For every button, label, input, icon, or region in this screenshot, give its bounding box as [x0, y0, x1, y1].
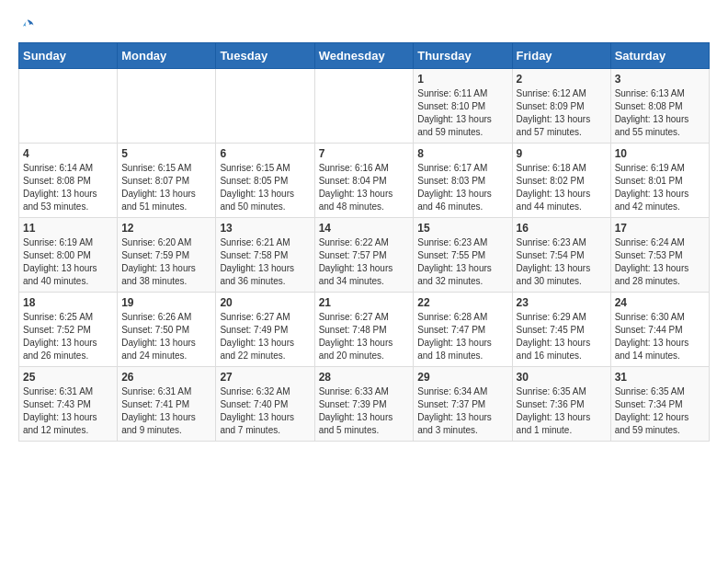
- day-info: Sunrise: 6:35 AM Sunset: 7:36 PM Dayligh…: [517, 385, 607, 437]
- weekday-header-saturday: Saturday: [610, 43, 709, 69]
- day-info: Sunrise: 6:26 AM Sunset: 7:50 PM Dayligh…: [121, 311, 211, 362]
- calendar-cell: 16Sunrise: 6:23 AM Sunset: 7:54 PM Dayli…: [512, 218, 610, 293]
- day-info: Sunrise: 6:27 AM Sunset: 7:48 PM Dayligh…: [319, 311, 410, 362]
- day-info: Sunrise: 6:20 AM Sunset: 7:59 PM Dayligh…: [121, 236, 211, 288]
- day-number: 29: [417, 371, 507, 384]
- day-number: 25: [23, 371, 113, 384]
- day-info: Sunrise: 6:14 AM Sunset: 8:08 PM Dayligh…: [23, 162, 113, 213]
- day-info: Sunrise: 6:16 AM Sunset: 8:04 PM Dayligh…: [319, 162, 410, 213]
- calendar-body: 1Sunrise: 6:11 AM Sunset: 8:10 PM Daylig…: [19, 69, 710, 442]
- calendar-cell: 13Sunrise: 6:21 AM Sunset: 7:58 PM Dayli…: [216, 218, 314, 293]
- day-info: Sunrise: 6:29 AM Sunset: 7:45 PM Dayligh…: [517, 311, 607, 362]
- day-number: 30: [517, 371, 607, 384]
- day-number: 17: [615, 222, 705, 235]
- day-info: Sunrise: 6:13 AM Sunset: 8:08 PM Dayligh…: [615, 87, 705, 139]
- day-info: Sunrise: 6:24 AM Sunset: 7:53 PM Dayligh…: [615, 236, 705, 288]
- calendar-week-row: 4Sunrise: 6:14 AM Sunset: 8:08 PM Daylig…: [19, 144, 710, 218]
- day-number: 24: [615, 296, 705, 309]
- day-info: Sunrise: 6:18 AM Sunset: 8:02 PM Dayligh…: [517, 162, 607, 213]
- calendar-cell: 15Sunrise: 6:23 AM Sunset: 7:55 PM Dayli…: [414, 218, 512, 293]
- calendar-header: SundayMondayTuesdayWednesdayThursdayFrid…: [19, 43, 710, 69]
- day-number: 18: [23, 296, 113, 309]
- day-number: 4: [23, 147, 113, 160]
- day-number: 14: [319, 222, 410, 235]
- day-number: 13: [220, 222, 310, 235]
- weekday-header-wednesday: Wednesday: [314, 43, 414, 69]
- calendar-week-row: 25Sunrise: 6:31 AM Sunset: 7:43 PM Dayli…: [19, 367, 710, 442]
- calendar-cell: 28Sunrise: 6:33 AM Sunset: 7:39 PM Dayli…: [314, 367, 414, 442]
- day-info: Sunrise: 6:31 AM Sunset: 7:41 PM Dayligh…: [121, 385, 211, 437]
- day-info: Sunrise: 6:27 AM Sunset: 7:49 PM Dayligh…: [220, 311, 310, 362]
- day-info: Sunrise: 6:17 AM Sunset: 8:03 PM Dayligh…: [417, 162, 507, 213]
- day-info: Sunrise: 6:30 AM Sunset: 7:44 PM Dayligh…: [615, 311, 705, 362]
- calendar-cell: 1Sunrise: 6:11 AM Sunset: 8:10 PM Daylig…: [414, 69, 512, 144]
- day-info: Sunrise: 6:11 AM Sunset: 8:10 PM Dayligh…: [417, 87, 507, 139]
- header: [18, 18, 710, 33]
- calendar-cell: 19Sunrise: 6:26 AM Sunset: 7:50 PM Dayli…: [118, 293, 216, 367]
- day-number: 27: [220, 371, 310, 384]
- day-info: Sunrise: 6:25 AM Sunset: 7:52 PM Dayligh…: [23, 311, 113, 362]
- day-info: Sunrise: 6:23 AM Sunset: 7:55 PM Dayligh…: [417, 236, 507, 288]
- day-info: Sunrise: 6:35 AM Sunset: 7:34 PM Dayligh…: [615, 385, 705, 437]
- calendar-cell: 24Sunrise: 6:30 AM Sunset: 7:44 PM Dayli…: [610, 293, 709, 367]
- day-info: Sunrise: 6:21 AM Sunset: 7:58 PM Dayligh…: [220, 236, 310, 288]
- calendar-cell: 18Sunrise: 6:25 AM Sunset: 7:52 PM Dayli…: [19, 293, 118, 367]
- day-number: 5: [121, 147, 211, 160]
- weekday-header-sunday: Sunday: [19, 43, 118, 69]
- day-number: 16: [517, 222, 607, 235]
- day-info: Sunrise: 6:19 AM Sunset: 8:00 PM Dayligh…: [23, 236, 113, 288]
- weekday-header-thursday: Thursday: [414, 43, 512, 69]
- calendar-cell: 29Sunrise: 6:34 AM Sunset: 7:37 PM Dayli…: [414, 367, 512, 442]
- day-number: 12: [121, 222, 211, 235]
- calendar-cell: 21Sunrise: 6:27 AM Sunset: 7:48 PM Dayli…: [314, 293, 414, 367]
- calendar-cell: 20Sunrise: 6:27 AM Sunset: 7:49 PM Dayli…: [216, 293, 314, 367]
- calendar-cell: 7Sunrise: 6:16 AM Sunset: 8:04 PM Daylig…: [314, 144, 414, 218]
- day-number: 19: [121, 296, 211, 309]
- calendar-table: SundayMondayTuesdayWednesdayThursdayFrid…: [18, 42, 710, 442]
- calendar-cell: 12Sunrise: 6:20 AM Sunset: 7:59 PM Dayli…: [118, 218, 216, 293]
- calendar-cell: 4Sunrise: 6:14 AM Sunset: 8:08 PM Daylig…: [19, 144, 118, 218]
- calendar-week-row: 18Sunrise: 6:25 AM Sunset: 7:52 PM Dayli…: [19, 293, 710, 367]
- calendar-cell: 9Sunrise: 6:18 AM Sunset: 8:02 PM Daylig…: [512, 144, 610, 218]
- calendar-cell: 2Sunrise: 6:12 AM Sunset: 8:09 PM Daylig…: [512, 69, 610, 144]
- calendar-cell: 3Sunrise: 6:13 AM Sunset: 8:08 PM Daylig…: [610, 69, 709, 144]
- day-number: 3: [615, 73, 705, 86]
- day-info: Sunrise: 6:12 AM Sunset: 8:09 PM Dayligh…: [517, 87, 607, 139]
- calendar-cell: 23Sunrise: 6:29 AM Sunset: 7:45 PM Dayli…: [512, 293, 610, 367]
- day-number: 8: [417, 147, 507, 160]
- weekday-header-row: SundayMondayTuesdayWednesdayThursdayFrid…: [19, 43, 710, 69]
- calendar-cell: [216, 69, 314, 144]
- day-number: 1: [417, 73, 507, 86]
- weekday-header-tuesday: Tuesday: [216, 43, 314, 69]
- day-info: Sunrise: 6:22 AM Sunset: 7:57 PM Dayligh…: [319, 236, 410, 288]
- calendar-cell: 10Sunrise: 6:19 AM Sunset: 8:01 PM Dayli…: [610, 144, 709, 218]
- day-number: 22: [417, 296, 507, 309]
- day-number: 15: [417, 222, 507, 235]
- logo-bird-icon: [20, 18, 35, 33]
- day-number: 23: [517, 296, 607, 309]
- calendar-week-row: 1Sunrise: 6:11 AM Sunset: 8:10 PM Daylig…: [19, 69, 710, 144]
- calendar-cell: 30Sunrise: 6:35 AM Sunset: 7:36 PM Dayli…: [512, 367, 610, 442]
- logo: [18, 18, 35, 33]
- day-number: 21: [319, 296, 410, 309]
- day-info: Sunrise: 6:23 AM Sunset: 7:54 PM Dayligh…: [517, 236, 607, 288]
- day-number: 26: [121, 371, 211, 384]
- calendar-week-row: 11Sunrise: 6:19 AM Sunset: 8:00 PM Dayli…: [19, 218, 710, 293]
- calendar-cell: 26Sunrise: 6:31 AM Sunset: 7:41 PM Dayli…: [118, 367, 216, 442]
- calendar-cell: [314, 69, 414, 144]
- day-info: Sunrise: 6:19 AM Sunset: 8:01 PM Dayligh…: [615, 162, 705, 213]
- day-info: Sunrise: 6:15 AM Sunset: 8:07 PM Dayligh…: [121, 162, 211, 213]
- calendar-cell: 25Sunrise: 6:31 AM Sunset: 7:43 PM Dayli…: [19, 367, 118, 442]
- calendar-cell: 11Sunrise: 6:19 AM Sunset: 8:00 PM Dayli…: [19, 218, 118, 293]
- calendar-cell: 14Sunrise: 6:22 AM Sunset: 7:57 PM Dayli…: [314, 218, 414, 293]
- day-info: Sunrise: 6:32 AM Sunset: 7:40 PM Dayligh…: [220, 385, 310, 437]
- day-number: 11: [23, 222, 113, 235]
- day-number: 31: [615, 371, 705, 384]
- calendar-cell: 8Sunrise: 6:17 AM Sunset: 8:03 PM Daylig…: [414, 144, 512, 218]
- day-number: 20: [220, 296, 310, 309]
- calendar-cell: 22Sunrise: 6:28 AM Sunset: 7:47 PM Dayli…: [414, 293, 512, 367]
- day-number: 9: [517, 147, 607, 160]
- day-info: Sunrise: 6:28 AM Sunset: 7:47 PM Dayligh…: [417, 311, 507, 362]
- calendar-cell: 5Sunrise: 6:15 AM Sunset: 8:07 PM Daylig…: [118, 144, 216, 218]
- weekday-header-monday: Monday: [118, 43, 216, 69]
